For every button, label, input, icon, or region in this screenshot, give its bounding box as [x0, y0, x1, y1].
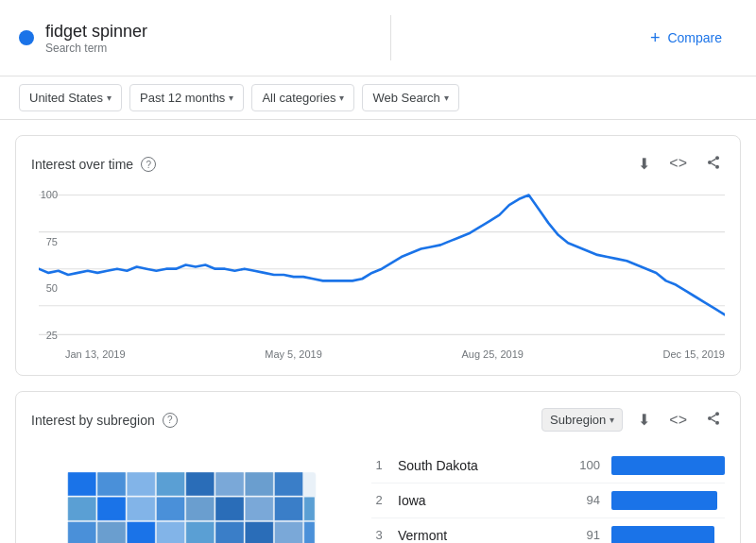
ranking-item-3: 3 Vermont 91 — [371, 518, 725, 543]
rank-value-2: 94 — [572, 493, 600, 507]
svg-rect-24 — [68, 497, 96, 520]
svg-rect-40 — [275, 521, 303, 543]
search-dot — [19, 30, 34, 45]
svg-point-12 — [715, 421, 719, 425]
vertical-divider — [390, 15, 391, 60]
subregion-controls: Subregion ▾ ⬇ <> — [541, 407, 725, 433]
y-axis-labels: 100 75 50 25 — [31, 185, 58, 345]
category-chevron: ▾ — [339, 93, 344, 103]
section-title-row: Interest over time ? — [31, 157, 156, 172]
subregion-embed-icon[interactable]: <> — [665, 408, 691, 433]
rank-1: 1 — [371, 458, 387, 472]
rank-2: 2 — [371, 493, 387, 507]
ranking-bar-1 — [611, 456, 725, 475]
subregion-share-icon[interactable] — [702, 407, 725, 433]
svg-point-0 — [715, 156, 719, 160]
svg-rect-38 — [215, 521, 244, 543]
category-label: All categories — [262, 91, 335, 105]
category-filter[interactable]: All categories ▾ — [251, 84, 354, 111]
region-filter[interactable]: United States ▾ — [19, 84, 122, 111]
svg-rect-31 — [275, 497, 303, 520]
time-chevron: ▾ — [229, 93, 233, 103]
state-name-1: South Dakota — [398, 458, 560, 473]
svg-line-14 — [712, 415, 716, 417]
svg-point-1 — [708, 161, 712, 164]
svg-rect-23 — [275, 472, 303, 496]
search-term-text: fidget spinner — [45, 22, 147, 42]
state-name-3: Vermont — [398, 528, 560, 543]
ranking-bar-2 — [611, 491, 717, 510]
svg-rect-26 — [127, 497, 155, 520]
rankings-list: 1 South Dakota 100 2 Iowa 94 3 Vermont 9… — [371, 449, 725, 543]
compare-label: Compare — [667, 30, 722, 45]
y-label-50: 50 — [31, 282, 58, 294]
search-type-chevron: ▾ — [444, 93, 449, 103]
time-filter[interactable]: Past 12 months ▾ — [129, 84, 244, 111]
svg-rect-28 — [186, 497, 215, 520]
share-icon[interactable] — [702, 151, 725, 178]
search-type-label: Web Search — [372, 91, 439, 105]
svg-rect-36 — [157, 521, 185, 543]
svg-rect-30 — [245, 497, 273, 520]
interest-by-subregion-section: Interest by subregion ? Subregion ▾ ⬇ <> — [15, 391, 741, 543]
section-actions: ⬇ <> — [634, 151, 725, 178]
svg-rect-17 — [97, 472, 126, 496]
svg-rect-18 — [127, 472, 155, 496]
interest-over-time-title: Interest over time — [31, 157, 133, 172]
chart-container: 100 75 50 25 — [31, 185, 725, 345]
svg-line-3 — [712, 163, 716, 166]
rank-value-1: 100 — [572, 458, 600, 472]
us-map-container — [31, 449, 352, 543]
svg-line-4 — [712, 159, 716, 161]
filters-bar: United States ▾ Past 12 months ▾ All cat… — [0, 76, 756, 120]
subregion-title: Interest by subregion — [31, 413, 155, 428]
us-map-svg — [31, 449, 352, 543]
ranking-bar-3 — [611, 526, 714, 543]
svg-rect-21 — [215, 472, 244, 496]
x-label-jan: Jan 13, 2019 — [65, 348, 126, 360]
svg-rect-27 — [157, 497, 185, 520]
compare-button[interactable]: + Compare — [635, 21, 737, 56]
svg-rect-34 — [97, 521, 126, 543]
svg-rect-19 — [157, 472, 185, 496]
y-label-25: 25 — [31, 330, 58, 341]
search-term-type: Search term — [45, 42, 147, 55]
time-label: Past 12 months — [140, 91, 225, 105]
interest-over-time-section: Interest over time ? ⬇ <> 100 75 50 25 — [15, 135, 741, 376]
rank-3: 3 — [371, 528, 387, 542]
download-icon[interactable]: ⬇ — [634, 151, 654, 178]
svg-rect-16 — [68, 472, 96, 496]
svg-rect-35 — [127, 521, 155, 543]
region-chevron: ▾ — [107, 93, 112, 103]
subregion-title-row: Interest by subregion ? — [31, 413, 178, 428]
bar-container-2 — [611, 491, 725, 510]
rank-value-3: 91 — [572, 528, 600, 542]
svg-point-11 — [708, 416, 712, 420]
state-name-2: Iowa — [398, 493, 560, 508]
x-label-dec: Dec 15, 2019 — [663, 348, 725, 360]
x-label-may: May 5, 2019 — [265, 348, 322, 360]
subregion-dropdown-label: Subregion — [550, 413, 606, 427]
page-header: fidget spinner Search term + Compare — [0, 0, 756, 76]
x-axis-labels: Jan 13, 2019 May 5, 2019 Aug 25, 2019 De… — [31, 345, 725, 360]
subregion-content: 1 South Dakota 100 2 Iowa 94 3 Vermont 9… — [31, 449, 725, 543]
subregion-chevron: ▾ — [610, 415, 614, 425]
ranking-item-2: 2 Iowa 94 — [371, 484, 725, 518]
subregion-header: Interest by subregion ? Subregion ▾ ⬇ <> — [31, 407, 725, 433]
svg-rect-37 — [186, 521, 215, 543]
section-header: Interest over time ? ⬇ <> — [31, 151, 725, 178]
chart-svg-container — [39, 185, 725, 345]
search-term-container: fidget spinner Search term — [19, 22, 147, 55]
plus-icon: + — [650, 28, 661, 48]
trend-chart — [39, 185, 725, 345]
subregion-help-icon[interactable]: ? — [163, 413, 178, 428]
search-type-filter[interactable]: Web Search ▾ — [362, 84, 458, 111]
ranking-item-1: 1 South Dakota 100 — [371, 449, 725, 484]
bar-container-1 — [611, 456, 725, 475]
subregion-dropdown[interactable]: Subregion ▾ — [541, 408, 623, 432]
help-icon[interactable]: ? — [141, 157, 156, 172]
subregion-download-icon[interactable]: ⬇ — [634, 407, 654, 433]
bar-container-3 — [611, 526, 725, 543]
svg-rect-41 — [304, 521, 315, 543]
embed-icon[interactable]: <> — [665, 151, 691, 178]
